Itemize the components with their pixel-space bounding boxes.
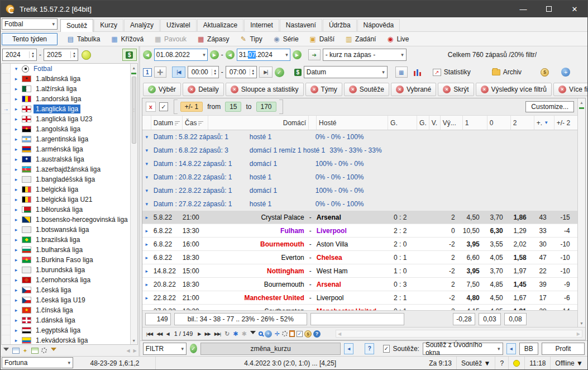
sidebar-league-item[interactable]: ▸ ● 1.argentinská liga	[2, 134, 130, 144]
expand-icon[interactable]: ▸	[142, 291, 151, 304]
splitter-handle[interactable]	[579, 107, 584, 109]
checkbox-icon[interactable]: ✓	[297, 331, 303, 337]
expand-icon[interactable]: ▸	[13, 217, 20, 222]
collapse-icon[interactable]: ▾	[142, 170, 151, 184]
prev-date-icon[interactable]: ◀	[226, 50, 235, 59]
next-date-icon[interactable]: ▶	[293, 50, 302, 59]
sidebar-league-item[interactable]: ▸ 1.česká liga	[2, 285, 130, 295]
filter-tab[interactable]: × Sloupce a statistiky	[226, 83, 304, 96]
tree-scrollbar[interactable]: ▲ ⋮ ▼	[130, 64, 137, 344]
splitter-handle[interactable]	[131, 73, 136, 74]
sidebar-league-item[interactable]: ▸ ◆ 1.brazilská liga	[2, 235, 130, 245]
apply-time-icon[interactable]: ✓	[275, 68, 284, 77]
last-record-icon[interactable]: ▶▶|	[213, 331, 222, 336]
expand-icon[interactable]: ▸	[13, 146, 20, 152]
match-row[interactable]: ▸ 6.8.22 16:00 Bournemouth - Aston Villa…	[142, 238, 577, 251]
expand-icon[interactable]: ▸	[13, 207, 20, 212]
filter-tab[interactable]: × Týmy	[305, 83, 342, 96]
collapse-icon[interactable]: ▾	[13, 66, 20, 72]
maximize-button[interactable]	[536, 1, 562, 17]
match-row[interactable]: ▸ 27.8.22 13:30 Southampton - Manchester…	[142, 305, 577, 310]
sidebar-league-item[interactable]: ▸ 1.belgická liga U21	[2, 195, 130, 205]
sidebar-league-item[interactable]: ▸ 1.dánská liga	[2, 315, 130, 325]
add-column-icon[interactable]: ▦	[395, 67, 408, 78]
expand-icon[interactable]: ▸	[13, 96, 20, 102]
calendar-one-icon[interactable]: 1	[143, 68, 152, 77]
customize-button[interactable]: Customize...	[525, 101, 574, 112]
scroll-up-icon[interactable]: ▲	[131, 64, 137, 72]
group-row[interactable]: ▾ Datum : 14.8.22 zápasů: 1 domácí 1 100…	[142, 157, 577, 170]
filter-funnel-icon[interactable]: ▼	[544, 120, 548, 125]
header-v[interactable]: V.	[429, 116, 441, 130]
sidebar-league-item[interactable]: ▸ ◎ 1.černohorská liga	[2, 275, 130, 285]
sidebar-league-item[interactable]: ▸ ★ 1.čínská liga	[2, 305, 130, 315]
collapse-icon[interactable]: ▾	[142, 157, 151, 170]
sport-select[interactable]: Fotbal ▾	[2, 18, 58, 30]
sidebar-league-item[interactable]: ▸ 1.běloruská liga	[2, 205, 130, 215]
sidebar-league-item[interactable]: ▸ 1.belgická liga	[2, 184, 130, 195]
menu-tab[interactable]: Soutěž	[60, 19, 93, 32]
funnel-icon[interactable]	[250, 331, 256, 337]
sidebar-league-item[interactable]: → ▸ 1.anglická liga	[2, 104, 130, 114]
match-row[interactable]: ▸ 14.8.22 15:00 Nottingham - West Ham 1 …	[142, 264, 577, 278]
filter-tab[interactable]: × Soutěže	[344, 83, 389, 96]
expand-icon[interactable]: ▸	[142, 264, 151, 277]
odds-mode-select[interactable]: - kurz na zápas - ▾	[323, 49, 407, 61]
header-domaci[interactable]: Domácí	[208, 116, 309, 130]
stepper-arrows-icon[interactable]: ▲▼	[29, 51, 36, 58]
add-circle-icon[interactable]: +	[561, 68, 570, 77]
sort-select[interactable]: Datum ▾	[304, 66, 388, 78]
collapse-icon[interactable]: ▾	[142, 130, 151, 144]
sidebar-league-item[interactable]: ▸ 1.andorská liga	[2, 94, 130, 104]
money-sort-icon[interactable]: $	[294, 69, 302, 76]
toolbar-button[interactable]: ▤ Tabulka	[62, 34, 104, 44]
date-to-input[interactable]: 31.07.2024 ▾	[237, 49, 290, 61]
expand-icon[interactable]: ▸	[13, 247, 20, 253]
menu-tab[interactable]: Nápověda	[357, 19, 400, 31]
from-chip[interactable]: 15	[225, 102, 241, 112]
year-from-stepper[interactable]: 2024 ▲▼	[2, 49, 37, 61]
zoom-add-icon[interactable]: +	[265, 330, 272, 338]
expand-icon[interactable]: ▸	[142, 238, 151, 250]
expand-icon[interactable]: ▸	[13, 267, 20, 273]
search-icon[interactable]	[259, 331, 263, 336]
filter-tab[interactable]: × Detaily	[183, 83, 224, 96]
toolbar-button[interactable]: ▦ Pavouk	[149, 34, 191, 44]
menu-tab[interactable]: Internet	[244, 19, 279, 31]
help-button[interactable]: ?	[365, 343, 374, 354]
prev-date-icon[interactable]: ◀	[143, 50, 152, 59]
sidebar-league-item[interactable]: ▸ ☾ 1.azerbajdžánská liga	[2, 164, 130, 174]
collapse-icon[interactable]: ▾	[142, 144, 151, 157]
expand-icon[interactable]: ▸	[13, 126, 20, 132]
souteze-select[interactable]: Soutěž z Úvodního okna ▾	[423, 343, 503, 355]
star-gray-icon[interactable]: ✱	[241, 330, 247, 338]
sidebar-league-item[interactable]: ▸ 1.burundská liga	[2, 265, 130, 275]
move-icon[interactable]: ✛	[154, 67, 166, 78]
expand-icon[interactable]: ▸	[13, 177, 20, 182]
scroll-thumb[interactable]: ⋮	[132, 77, 136, 144]
menu-tab[interactable]: Aktualizace	[197, 19, 243, 31]
expand-icon[interactable]: ▸	[142, 251, 151, 264]
sidebar-league-item[interactable]: ▸ 1.ekvádorská liga	[2, 335, 130, 344]
layout-green-icon[interactable]	[31, 347, 39, 354]
expand-icon[interactable]: ▸	[13, 167, 20, 172]
toolbar-button[interactable]: ▦ Zápasy	[192, 34, 233, 44]
time-to-stepper[interactable]: 07:00 ▲▼	[226, 66, 257, 78]
tree-hscrollbar[interactable]: ◀▶	[126, 348, 136, 353]
souteze-checkbox[interactable]: ✓	[383, 345, 389, 353]
wand-icon[interactable]: ✦	[21, 347, 29, 354]
header-hoste[interactable]: Hosté	[317, 116, 388, 130]
next-record-icon[interactable]: ▶	[197, 331, 202, 336]
group-row[interactable]: ▾ Datum : 20.8.22 zápasů: 1 hosté 1 0% -…	[142, 170, 577, 184]
refresh-icon[interactable]: ↻	[223, 330, 230, 338]
header-pm2[interactable]: +/- 2	[554, 116, 578, 130]
next-date-icon[interactable]: ▶	[210, 50, 219, 59]
filter-tab[interactable]: ✓ Výběr	[143, 83, 181, 96]
sidebar-league-item[interactable]: ▸ ✶ 1.angolská liga	[2, 124, 130, 134]
toolbar-button[interactable]: ▣ Další	[304, 34, 339, 44]
coins-icon[interactable]: $	[541, 68, 549, 77]
plusminus-chip[interactable]: +/- 1	[180, 102, 203, 112]
filter-tab[interactable]: × Vybrané	[391, 83, 436, 96]
filtr-select[interactable]: FILTR ▾	[143, 343, 187, 355]
expand-icon[interactable]: ▸	[13, 307, 20, 313]
